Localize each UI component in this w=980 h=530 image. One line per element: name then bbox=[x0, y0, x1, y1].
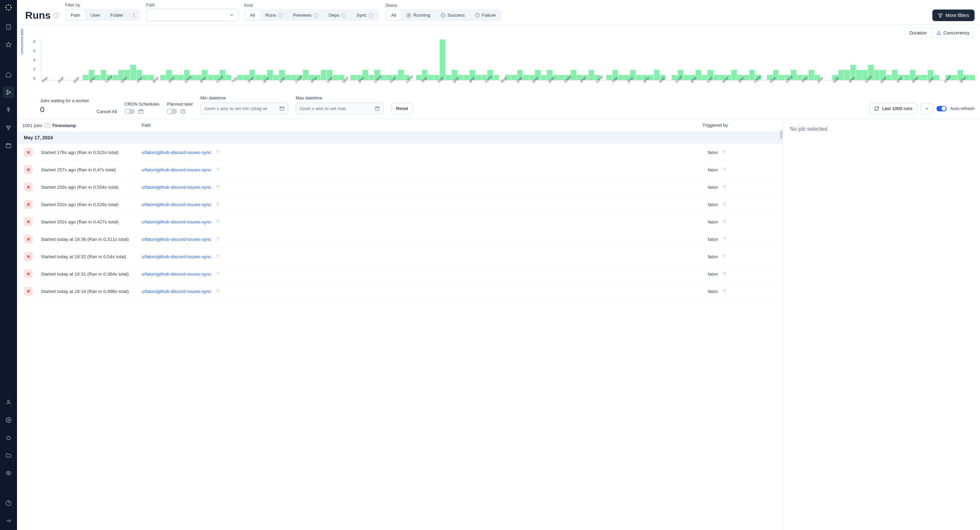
status-running[interactable]: Running bbox=[401, 10, 435, 20]
table-row[interactable]: ✕ Started 332s ago (Ran in 0,427s total)… bbox=[17, 213, 783, 231]
jobs-waiting: Jobs waiting for a worker 0 bbox=[40, 98, 89, 114]
filter-icon[interactable] bbox=[215, 219, 220, 224]
filter-icon[interactable] bbox=[722, 289, 727, 294]
sidebar-folder-icon[interactable] bbox=[3, 450, 14, 461]
filter-icon[interactable] bbox=[722, 185, 727, 189]
kind-runs[interactable]: Runsi bbox=[261, 10, 288, 20]
max-datetime-input[interactable]: zoom x axis to set max bbox=[296, 102, 383, 114]
min-datetime-input[interactable]: zoom x axis to set min (drag wi bbox=[200, 102, 288, 114]
filter-icon[interactable] bbox=[722, 219, 727, 224]
filter-by-more-icon[interactable]: ⋮ bbox=[129, 10, 139, 20]
col-timestamp[interactable]: Timestamp bbox=[52, 123, 76, 128]
cron-label: CRON Schedules bbox=[124, 102, 159, 107]
max-dt-placeholder: zoom x axis to set max bbox=[299, 106, 372, 111]
filter-by-folder[interactable]: Folder bbox=[105, 10, 128, 20]
sidebar-star-icon[interactable] bbox=[3, 39, 14, 50]
kind-label: Kind bbox=[244, 3, 379, 8]
run-path-link[interactable]: u/faton/github-discord-issues-sync bbox=[142, 202, 211, 207]
filter-icon[interactable] bbox=[215, 254, 220, 259]
auto-refresh-toggle[interactable] bbox=[937, 106, 947, 112]
more-filters-button[interactable]: More filters bbox=[932, 10, 975, 21]
run-path-link[interactable]: u/faton/github-discord-issues-sync bbox=[142, 289, 211, 294]
filter-icon[interactable] bbox=[215, 271, 220, 276]
svg-rect-20 bbox=[375, 107, 379, 110]
filter-icon[interactable] bbox=[215, 289, 220, 294]
jobs-waiting-count: 0 bbox=[40, 105, 89, 114]
topbar: Runs i Filter by Path User Folder ⋮ Path… bbox=[17, 0, 980, 25]
col-path[interactable]: Path bbox=[94, 123, 702, 128]
kind-sync[interactable]: Synci bbox=[352, 10, 378, 20]
run-path-link[interactable]: u/faton/github-discord-issues-sync bbox=[142, 167, 211, 172]
table-row[interactable]: ✕ Started today at 18:31 (Ran in 0,364s … bbox=[17, 265, 783, 283]
sidebar-help-icon[interactable] bbox=[3, 497, 14, 509]
filter-icon[interactable] bbox=[215, 150, 220, 155]
filter-by-path[interactable]: Path bbox=[66, 10, 85, 20]
svg-rect-6 bbox=[6, 144, 11, 148]
svg-rect-0 bbox=[6, 24, 11, 29]
sidebar-home-icon[interactable] bbox=[3, 69, 14, 80]
table-row[interactable]: ✕ Started today at 18:36 (Ran in 0,311s … bbox=[17, 231, 783, 248]
tab-concurrency[interactable]: Concurrency bbox=[932, 27, 975, 38]
tab-duration[interactable]: Duration bbox=[904, 27, 932, 38]
run-path-link[interactable]: u/faton/github-discord-issues-sync bbox=[142, 150, 211, 155]
info-icon[interactable]: i bbox=[45, 123, 50, 128]
path-select[interactable] bbox=[146, 9, 238, 21]
filter-icon[interactable] bbox=[215, 167, 220, 172]
filter-by-user[interactable]: User bbox=[86, 10, 105, 20]
run-path-link[interactable]: u/faton/github-discord-issues-sync bbox=[142, 254, 211, 259]
concurrency-chart[interactable]: concurrent jobs 86420 7PM2AM9AM4PM11PM6A… bbox=[41, 40, 975, 91]
sidebar-eye-icon[interactable] bbox=[3, 467, 14, 479]
main: Runs i Filter by Path User Folder ⋮ Path… bbox=[17, 0, 980, 530]
run-path: u/faton/github-discord-issues-sync bbox=[142, 271, 708, 276]
filter-icon[interactable] bbox=[722, 202, 727, 207]
run-timestamp: Started today at 18:36 (Ran in 0,311s to… bbox=[41, 237, 142, 242]
table-row[interactable]: ✕ Started 332s ago (Ran in 0,529s total)… bbox=[17, 196, 783, 213]
info-icon: i bbox=[369, 13, 373, 18]
reset-button[interactable]: Reset bbox=[391, 103, 413, 114]
scrollbar[interactable] bbox=[780, 130, 783, 139]
status-all[interactable]: All bbox=[386, 10, 401, 20]
kind-deps[interactable]: Depsi bbox=[324, 10, 351, 20]
col-triggered[interactable]: Triggered by bbox=[702, 123, 777, 128]
sidebar-dollar-icon[interactable] bbox=[3, 104, 14, 116]
sidebar-user-icon[interactable] bbox=[3, 396, 14, 408]
planned-toggle[interactable] bbox=[167, 109, 177, 114]
table-row[interactable]: ✕ Started 257s ago (Ran in 0,47s total) … bbox=[17, 161, 783, 179]
status-success[interactable]: Success bbox=[436, 10, 469, 20]
path-label: Path bbox=[146, 3, 238, 8]
table-row[interactable]: ✕ Started today at 18:32 (Ran in 0,54s t… bbox=[17, 248, 783, 265]
last-runs-dropdown[interactable] bbox=[921, 103, 933, 114]
filter-icon[interactable] bbox=[215, 237, 220, 241]
table-row[interactable]: ✕ Started today at 18:14 (Ran in 0,496s … bbox=[17, 283, 783, 300]
info-icon[interactable]: i bbox=[53, 13, 59, 18]
sidebar-resources-icon[interactable] bbox=[3, 122, 14, 134]
sidebar-calendar-icon[interactable] bbox=[3, 140, 14, 151]
filter-icon[interactable] bbox=[722, 150, 727, 155]
status-failure[interactable]: Failure bbox=[470, 10, 501, 20]
last-runs-button[interactable]: Last 1000 runs bbox=[869, 103, 917, 114]
kind-all[interactable]: All bbox=[245, 10, 260, 20]
table-row[interactable]: ✕ Started 176s ago (Ran in 0,515s total)… bbox=[17, 144, 783, 161]
filter-icon[interactable] bbox=[215, 185, 220, 189]
filter-icon[interactable] bbox=[722, 271, 727, 276]
cancel-all-button[interactable]: Cancel All bbox=[97, 109, 117, 114]
sidebar-settings-icon[interactable] bbox=[3, 414, 14, 426]
kind-previews[interactable]: Previewsi bbox=[288, 10, 323, 20]
filter-icon[interactable] bbox=[722, 167, 727, 172]
table-row[interactable]: ✕ Started 259s ago (Ran in 0,554s total)… bbox=[17, 179, 783, 196]
run-path-link[interactable]: u/faton/github-discord-issues-sync bbox=[142, 219, 211, 225]
run-triggered-by: faton bbox=[708, 185, 776, 190]
filter-icon[interactable] bbox=[215, 202, 220, 207]
sidebar-runs-icon[interactable] bbox=[3, 86, 14, 98]
date-header: May 17, 2024 bbox=[17, 131, 783, 144]
cron-toggle[interactable] bbox=[124, 109, 135, 114]
sidebar-building-icon[interactable] bbox=[3, 21, 14, 33]
run-path-link[interactable]: u/faton/github-discord-issues-sync bbox=[142, 271, 211, 276]
run-path-link[interactable]: u/faton/github-discord-issues-sync bbox=[142, 185, 211, 190]
sidebar-robot-icon[interactable] bbox=[3, 432, 14, 444]
run-path-link[interactable]: u/faton/github-discord-issues-sync bbox=[142, 237, 211, 242]
filter-icon[interactable] bbox=[722, 254, 727, 259]
run-path: u/faton/github-discord-issues-sync bbox=[142, 167, 708, 172]
sidebar-logout-icon[interactable] bbox=[3, 515, 14, 527]
filter-icon[interactable] bbox=[722, 237, 727, 241]
